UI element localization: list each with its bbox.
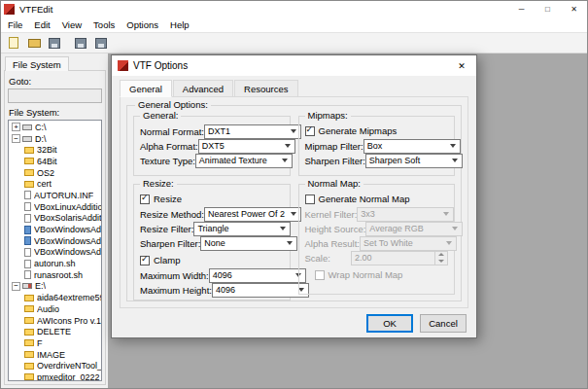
- tree-item[interactable]: pmxeditor_0222_an: [10, 371, 101, 381]
- dropdown[interactable]: Box: [363, 139, 461, 154]
- titlebar: VTFEdit ─ □ ✕: [1, 1, 587, 18]
- tree-item[interactable]: AUTORUN.INF: [10, 190, 101, 201]
- dropdown[interactable]: DXT1: [204, 124, 301, 139]
- tree-item-label: 32Bit: [37, 145, 57, 155]
- dropdown[interactable]: Set To White: [360, 236, 457, 251]
- menu-item[interactable]: Options: [121, 18, 164, 31]
- tree-item[interactable]: 64Bit: [10, 156, 101, 167]
- resize-checkbox[interactable]: Resize: [140, 193, 284, 205]
- dropdown[interactable]: Average RGB: [365, 222, 463, 236]
- checkbox-label: Generate Mipmaps: [319, 125, 398, 136]
- close-button[interactable]: ✕: [561, 1, 587, 18]
- chevron-down-icon[interactable]: [448, 155, 462, 167]
- chevron-down-icon[interactable]: [281, 140, 294, 153]
- maximize-button[interactable]: □: [535, 1, 561, 18]
- tree-item[interactable]: VBoxWindowsAdd: [10, 247, 101, 259]
- chevron-down-icon[interactable]: [276, 223, 290, 235]
- tree-item[interactable]: D:\: [10, 133, 101, 145]
- chevron-down-icon[interactable]: [448, 223, 462, 235]
- tree-item[interactable]: F: [10, 337, 101, 349]
- chevron-down-icon[interactable]: [446, 140, 460, 153]
- toolbar-button[interactable]: [5, 34, 22, 52]
- tree-item[interactable]: OS2: [10, 167, 101, 179]
- toolbar-button[interactable]: [46, 34, 63, 52]
- dialog-tab[interactable]: Resources: [234, 80, 297, 97]
- tree-item[interactable]: 32Bit: [10, 144, 101, 156]
- field-label: Resize Filter:: [140, 224, 193, 234]
- tree-item[interactable]: Audio: [10, 303, 101, 315]
- tree-item[interactable]: IMAGE: [10, 349, 101, 361]
- tree-item[interactable]: DELETE: [10, 326, 101, 337]
- toolbar-icon: [49, 38, 60, 49]
- dropdown[interactable]: DXT5: [198, 139, 295, 154]
- spin-down-icon[interactable]: [435, 258, 447, 265]
- field-label: Height Source:: [305, 224, 366, 234]
- minimize-button[interactable]: ─: [508, 1, 535, 18]
- menu-item[interactable]: View: [56, 18, 87, 31]
- dropdown[interactable]: 2.00: [351, 251, 448, 265]
- toolbar-button[interactable]: [25, 34, 43, 52]
- tree-item[interactable]: cert: [10, 178, 101, 190]
- field-label: Sharpen Filter:: [140, 238, 200, 249]
- wrap-normal-map-checkbox[interactable]: Wrap Normal Map: [315, 268, 449, 281]
- tree-item-label: cert: [37, 179, 52, 189]
- window-controls: ─ □ ✕: [508, 1, 587, 18]
- ok-button[interactable]: OK: [366, 314, 413, 333]
- tab-file-system[interactable]: File System: [5, 56, 69, 71]
- file-tree[interactable]: C:\ D:\ 32Bit: [8, 120, 102, 381]
- generate-normal-map-checkbox[interactable]: Generate Normal Map: [305, 193, 449, 205]
- tree-item-icon: [24, 181, 34, 188]
- dropdown-value: Animated Texture: [196, 156, 278, 165]
- dropdown[interactable]: None: [200, 236, 297, 251]
- dropdown-value: Average RGB: [366, 224, 448, 233]
- menu-item[interactable]: Tools: [87, 18, 121, 31]
- tree-expander-icon[interactable]: [12, 282, 20, 291]
- generate-mipmaps-checkbox[interactable]: Generate Mipmaps: [305, 124, 449, 137]
- dropdown[interactable]: Sharpen Soft: [365, 154, 463, 168]
- tree-item[interactable]: VBoxLinuxAdditio: [10, 201, 101, 213]
- toolbar-button[interactable]: [92, 34, 110, 52]
- tree-item[interactable]: C:\: [10, 122, 101, 133]
- dropdown[interactable]: 4096: [212, 283, 309, 298]
- toolbar-button[interactable]: [72, 34, 89, 52]
- dropdown[interactable]: Nearest Power Of 2: [204, 207, 301, 222]
- cancel-button[interactable]: Cancel: [420, 314, 467, 333]
- mipmaps-group: Mipmaps: Generate Mipmaps Mipmap Filter:: [298, 116, 456, 176]
- clamp-checkbox[interactable]: Clamp: [140, 254, 284, 266]
- tree-item[interactable]: runasroot.sh: [10, 269, 101, 281]
- dropdown[interactable]: Triangle: [193, 222, 291, 236]
- tree-item[interactable]: VBoxWindowsAdd: [10, 235, 101, 247]
- dialog-tab[interactable]: Advanced: [173, 80, 233, 97]
- field-label: Maximum Width:: [140, 270, 209, 281]
- goto-input[interactable]: [8, 88, 102, 103]
- option-row: Alpha Result: Set To White: [305, 236, 449, 250]
- chevron-down-icon[interactable]: [442, 237, 456, 250]
- group-title: General:: [140, 110, 181, 121]
- dropdown[interactable]: 4096: [209, 268, 306, 283]
- tree-item[interactable]: aida64extreme595: [10, 292, 101, 303]
- tree-item[interactable]: VBoxWindowsAdd: [10, 224, 101, 235]
- dialog-close-button[interactable]: ✕: [447, 55, 476, 76]
- chevron-down-icon[interactable]: [283, 237, 296, 250]
- tree-item-label: VBoxLinuxAdditio: [34, 202, 101, 212]
- chevron-down-icon[interactable]: [439, 208, 453, 221]
- dropdown[interactable]: Animated Texture: [195, 154, 293, 168]
- chevron-down-icon[interactable]: [278, 155, 292, 167]
- tree-expander-icon[interactable]: [12, 134, 20, 143]
- dropdown[interactable]: 3x3: [357, 207, 454, 222]
- menu-bar: FileEditViewToolsOptionsHelp: [1, 18, 587, 32]
- menu-item[interactable]: Edit: [28, 18, 55, 31]
- tree-item[interactable]: AWIcons Pro v.1m: [10, 315, 101, 327]
- tree-item-label: E:\: [35, 281, 46, 291]
- menu-item[interactable]: Help: [164, 18, 195, 31]
- goto-label: Goto:: [9, 76, 102, 87]
- dialog-tab[interactable]: General: [120, 80, 172, 97]
- tree-item[interactable]: OverdriveNTool_0: [10, 360, 101, 371]
- tree-item[interactable]: E:\: [10, 281, 101, 293]
- tree-item[interactable]: autorun.sh: [10, 258, 101, 269]
- tree-item[interactable]: VBoxSolarisAdditi: [10, 213, 101, 225]
- checkbox-label: Generate Normal Map: [319, 194, 410, 204]
- spinner-buttons[interactable]: [434, 252, 447, 265]
- tree-expander-icon[interactable]: [12, 123, 20, 131]
- menu-item[interactable]: File: [2, 18, 28, 31]
